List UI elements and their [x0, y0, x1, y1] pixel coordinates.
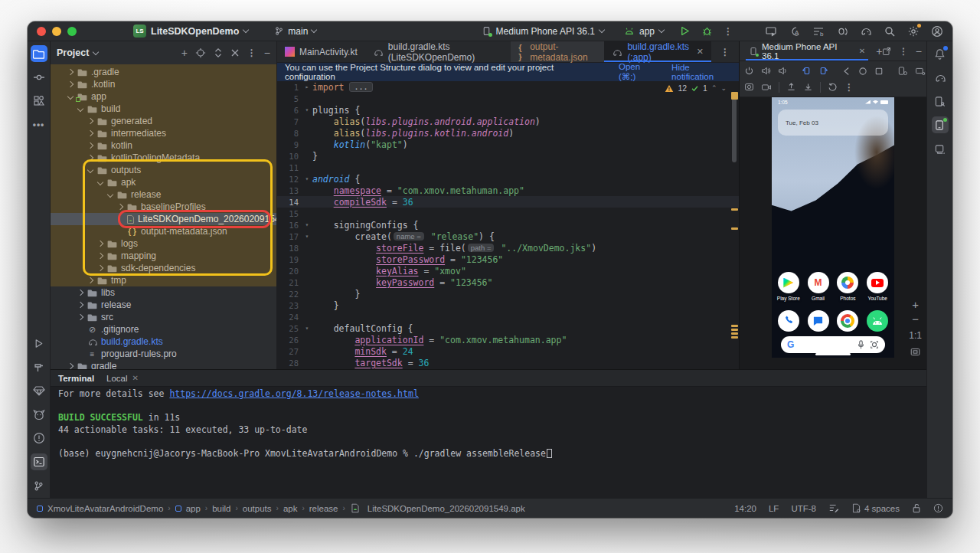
attach-debugger-icon[interactable] [836, 25, 848, 38]
lens-icon[interactable] [870, 340, 879, 349]
tab-build-gradle-root[interactable]: build.gradle.kts (LiteSDKOpenDemo) [365, 41, 511, 62]
error-stripe-mark[interactable] [731, 332, 738, 335]
download-icon[interactable] [803, 82, 813, 92]
home-indicator[interactable] [815, 353, 851, 355]
chevron-collapsed-icon[interactable] [87, 142, 94, 149]
code-line-17[interactable]: 17▾ create(name = "release") { [277, 231, 739, 242]
code-line-22[interactable]: 22 } [277, 288, 739, 299]
screenshot-icon[interactable] [744, 82, 754, 92]
zoom-out-button[interactable]: − [912, 316, 919, 323]
tree-item-src[interactable]: src [51, 311, 276, 323]
hide-device-panel-icon[interactable]: − [916, 45, 922, 57]
tree-item--gitignore[interactable]: ⊘.gitignore [51, 323, 276, 335]
error-stripe-mark[interactable] [731, 329, 738, 331]
tree-item--gradle[interactable]: .gradle [51, 66, 276, 78]
code-line-11[interactable]: 11 [277, 162, 739, 173]
breadcrumb-item[interactable]: build [212, 504, 230, 513]
device-more-icon[interactable]: ⋮ [899, 46, 908, 57]
next-problem-icon[interactable]: ⌄ [720, 84, 727, 92]
inspect-code-icon[interactable]: A [789, 25, 801, 38]
build-tool-button[interactable] [31, 358, 47, 375]
terminal-output[interactable]: For more details see https://docs.gradle… [51, 387, 926, 498]
app-photos[interactable]: Photos [835, 272, 861, 301]
code-line-23[interactable]: 23 } [277, 299, 739, 311]
search-everywhere-icon[interactable] [884, 25, 896, 38]
code-line-14[interactable]: 14 compileSdk = 36 [277, 196, 739, 208]
more-actions-button[interactable]: ⋮ [724, 26, 733, 37]
close-terminal-tab-icon[interactable]: ✕ [132, 374, 139, 382]
code-editor[interactable]: 12 1 ⌃ ⌄ [277, 81, 739, 369]
error-stripe-mark[interactable] [731, 92, 738, 100]
breadcrumb-item[interactable]: apk [283, 504, 298, 513]
record-icon[interactable] [761, 83, 772, 92]
expand-collapse-icon[interactable] [214, 47, 223, 58]
volume-up-icon[interactable] [761, 66, 771, 76]
file-encoding[interactable]: UTF-8 [791, 504, 816, 513]
terminal-tab-local[interactable]: Local ✕ [106, 374, 139, 383]
code-line-13[interactable]: 13 namespace = "com.xmov.metahuman.app" [277, 185, 739, 196]
app-youtube[interactable]: YouTube [864, 272, 890, 301]
app-chrome[interactable] [835, 310, 861, 332]
tree-item-sdk-dependencies[interactable]: sdk-dependencies [51, 262, 276, 274]
close-window-button[interactable] [37, 27, 46, 36]
add-icon[interactable]: + [181, 47, 188, 59]
inspection-widget[interactable]: 12 1 ⌃ ⌄ [665, 83, 727, 93]
error-stripe-mark[interactable] [731, 325, 738, 327]
code-line-28[interactable]: 28 targetSdk = 36 [277, 357, 739, 368]
tree-item-build-gradle-kts[interactable]: build.gradle.kts [51, 335, 276, 348]
breadcrumb-item[interactable]: LiteSDKOpenDemo_202602091549.apk [368, 504, 525, 513]
fold-expanded-icon[interactable]: ▾ [302, 325, 312, 332]
tree-item-mapping[interactable]: mapping [51, 250, 276, 262]
gradle-sync-icon[interactable] [860, 25, 872, 38]
code-line-10[interactable]: 10} [277, 150, 739, 162]
volume-down-icon[interactable] [778, 66, 788, 76]
locate-file-icon[interactable] [195, 47, 206, 58]
tree-item-tmp[interactable]: tmp [51, 274, 276, 286]
code-line-9[interactable]: 9 kotlin("kapt") [277, 139, 739, 150]
code-line-8[interactable]: 8 alias(libs.plugins.kotlin.android) [277, 127, 739, 139]
run-button[interactable] [679, 25, 691, 37]
clock-widget[interactable]: Tue, Feb 03 [778, 110, 888, 136]
chevron-expanded-icon[interactable] [106, 191, 114, 198]
minimize-window-button[interactable] [52, 27, 61, 36]
tree-item-output-metadata-json[interactable]: { }output-metadata.json [51, 225, 276, 237]
run-tool-button[interactable] [31, 335, 47, 352]
app-play-store[interactable]: Play Store [776, 272, 802, 301]
breadcrumb-item[interactable]: outputs [243, 504, 272, 513]
device-manager-tool-button[interactable] [932, 93, 949, 110]
chevron-collapsed-icon[interactable] [96, 252, 104, 260]
rotate-right-icon[interactable] [818, 66, 828, 76]
display-mode-icon[interactable] [915, 66, 926, 76]
code-line-20[interactable]: 20 keyAlias = "xmov" [277, 265, 739, 276]
error-stripe-mark[interactable] [731, 336, 738, 339]
commit-tool-button[interactable] [31, 69, 47, 86]
code-line-21[interactable]: 21 keyPassword = "123456" [277, 276, 739, 288]
tab-mainactivity[interactable]: MainActivity.kt [277, 41, 365, 62]
profiler-icon[interactable] [765, 25, 777, 38]
chevron-down-icon[interactable] [93, 48, 99, 54]
vcs-branch-selector[interactable]: main [274, 26, 316, 37]
collapse-all-icon[interactable] [230, 48, 240, 57]
chevron-expanded-icon[interactable] [87, 166, 94, 174]
device-tab[interactable]: Medium Phone API 36.1 ✕ [744, 41, 870, 61]
resource-manager-tool-button[interactable] [31, 93, 47, 110]
tree-item-litesdkopendemo-202602091549-apk[interactable]: LiteSDKOpenDemo_202602091549.apk [51, 213, 276, 225]
chevron-collapsed-icon[interactable] [96, 264, 104, 272]
version-control-tool-button[interactable] [31, 477, 47, 494]
more-tool-windows-button[interactable]: ••• [31, 116, 47, 133]
tree-item-apk[interactable]: apk [51, 176, 276, 188]
tree-item-generated[interactable]: generated [51, 115, 276, 127]
breadcrumb-item[interactable]: release [309, 504, 338, 513]
code-line-24[interactable]: 24 [277, 311, 739, 322]
power-icon[interactable] [744, 66, 754, 76]
tree-item-outputs[interactable]: outputs [51, 164, 276, 176]
tree-item-app[interactable]: app [51, 90, 276, 103]
gradle-tool-button[interactable] [932, 69, 949, 86]
device-selector[interactable]: Medium Phone API 36.1 [477, 25, 609, 38]
hide-panel-icon[interactable]: − [264, 47, 270, 59]
tree-item-libs[interactable]: libs [51, 286, 276, 299]
error-stripe-mark[interactable] [731, 208, 738, 211]
add-device-tab-icon[interactable]: + [876, 45, 882, 57]
fit-screen-icon[interactable] [910, 348, 920, 356]
chevron-collapsed-icon[interactable] [87, 154, 94, 162]
